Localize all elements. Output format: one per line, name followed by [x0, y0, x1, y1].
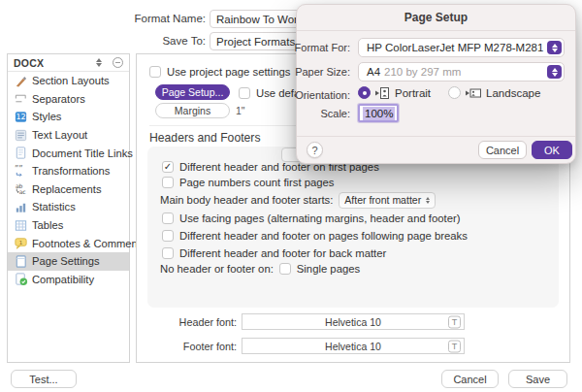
styles-icon: 12 [14, 110, 28, 124]
format-sections-sidebar: DOCX Section Layouts Separators 12 Style… [7, 53, 130, 363]
sidebar-item-styles[interactable]: 12 Styles [8, 108, 129, 126]
statistics-icon [14, 200, 28, 214]
test-button[interactable]: Test... [11, 370, 77, 388]
sidebar-item-replacements[interactable]: abac Replacements [8, 180, 129, 199]
scale-label: Scale: [320, 108, 350, 119]
different-first-pages-checkbox[interactable] [162, 161, 174, 173]
following-breaks-checkbox[interactable] [162, 230, 174, 242]
save-to-value: Project Formats [216, 36, 295, 48]
tables-icon [14, 218, 28, 233]
transformations-icon: ”” [14, 164, 28, 179]
save-to-label: Save To: [97, 35, 206, 47]
no-header-footer-label: No header or footer on: [160, 263, 274, 275]
headers-footers-title: Headers and Footers [149, 131, 261, 145]
sidebar-stepper-icon[interactable] [96, 58, 102, 67]
header-font-label: Header font: [161, 316, 237, 328]
orientation-radios: Portrait Landscape [358, 86, 540, 99]
portrait-label: Portrait [395, 87, 431, 99]
separators-icon [14, 91, 28, 106]
paper-size-detail: 210 by 297 mm [384, 66, 461, 78]
sidebar-item-text-layout[interactable]: Text Layout [8, 126, 129, 145]
footer-font-field[interactable]: Helvetica 10 T [242, 338, 465, 354]
format-for-popup[interactable]: HP ColorLaserJet MFP M278-M281 [358, 38, 565, 57]
margins-button[interactable]: Margins [155, 103, 230, 118]
save-button[interactable]: Save [508, 370, 567, 388]
header-font-field[interactable]: Helvetica 10 T [242, 313, 465, 330]
popup-stepper-icon [547, 65, 562, 79]
paper-size-value: A4 [367, 66, 380, 78]
help-button[interactable]: ? [307, 142, 323, 158]
font-picker-icon[interactable]: T [448, 340, 461, 352]
page-settings-icon [14, 254, 28, 269]
scale-value: 100% [363, 107, 395, 120]
svg-text:””: ”” [15, 164, 23, 174]
dialog-title: Page Setup [297, 11, 575, 24]
text-layout-icon [14, 128, 28, 143]
use-project-page-settings-label: Use project page settings [167, 66, 290, 78]
landscape-radio[interactable] [448, 86, 461, 99]
comment-bubble-icon: 1 [14, 236, 28, 250]
compile-format-window: Format Name: Rainbow To Word fo Save To:… [0, 0, 582, 392]
sidebar-list: Section Layouts Separators 12 Styles Tex… [8, 72, 129, 288]
portrait-radio[interactable] [358, 86, 371, 99]
dialog-ok-button[interactable]: OK [532, 141, 572, 159]
landscape-icon [466, 87, 481, 99]
single-pages-label: Single pages [297, 263, 360, 275]
sidebar-item-statistics[interactable]: Statistics [8, 198, 129, 216]
sidebar-item-section-layouts[interactable]: Section Layouts [8, 72, 129, 90]
svg-text:ac: ac [19, 188, 26, 195]
orientation-label: Orientation: [295, 89, 350, 101]
font-picker-icon[interactable]: T [448, 315, 461, 328]
cancel-button[interactable]: Cancel [441, 370, 499, 388]
sidebar-item-page-settings[interactable]: Page Settings [8, 252, 129, 271]
sidebar-item-compatibility[interactable]: Compatibility [8, 271, 129, 289]
document-icon [14, 146, 28, 160]
back-matter-label: Different header and footer for back mat… [179, 247, 386, 259]
sidebar-item-footnotes-comments[interactable]: 1 Footnotes & Comments [8, 234, 129, 252]
paper-size-label: Paper Size: [295, 66, 350, 78]
margins-value: 1" [236, 105, 245, 116]
facing-pages-checkbox[interactable] [162, 212, 174, 224]
svg-text:1: 1 [19, 240, 23, 245]
svg-text:12: 12 [16, 113, 25, 121]
divider [297, 30, 575, 31]
sidebar-item-tables[interactable]: Tables [8, 216, 129, 235]
footer-font-value: Helvetica 10 [325, 341, 381, 352]
header-font-value: Helvetica 10 [325, 316, 381, 328]
page-setup-button[interactable]: Page Setup... [155, 84, 230, 100]
page-numbers-count-checkbox[interactable] [162, 177, 174, 188]
main-body-starts-popup[interactable]: After front matter [339, 192, 436, 209]
scale-input[interactable]: 100% [358, 104, 399, 122]
following-breaks-label: Different header and footer on pages fol… [179, 230, 468, 242]
dialog-cancel-button[interactable]: Cancel [478, 141, 527, 159]
use-default-checkbox[interactable] [239, 87, 250, 99]
compatibility-icon [14, 272, 28, 286]
sidebar-header-title: DOCX [14, 57, 96, 69]
replacements-icon: abac [14, 181, 28, 196]
facing-pages-label: Use facing pages (alternating margins, h… [179, 212, 461, 224]
brush-icon [14, 74, 28, 88]
page-numbers-count-label: Page numbers count first pages [179, 177, 335, 188]
popup-stepper-icon [547, 41, 562, 54]
sidebar-item-transformations[interactable]: ”” Transformations [8, 162, 129, 180]
page-setup-dialog: Page Setup Format For: HP ColorLaserJet … [296, 4, 576, 164]
popup-stepper-icon [426, 197, 430, 204]
sidebar-header: DOCX [8, 54, 129, 72]
sidebar-item-separators[interactable]: Separators [8, 90, 129, 109]
portrait-icon [375, 87, 390, 99]
divider [297, 136, 575, 137]
remove-icon[interactable] [113, 57, 123, 68]
back-matter-checkbox[interactable] [162, 247, 174, 259]
main-body-starts-label: Main body header and footer starts: [160, 194, 333, 206]
landscape-label: Landscape [486, 87, 540, 99]
format-name-label: Format Name: [97, 13, 206, 24]
paper-size-popup[interactable]: A4 210 by 297 mm [358, 62, 565, 82]
sidebar-item-document-title-links[interactable]: Document Title Links [8, 144, 129, 162]
format-for-label: Format For: [295, 42, 350, 53]
use-project-page-settings-checkbox[interactable] [149, 66, 161, 78]
single-pages-checkbox[interactable] [279, 263, 291, 275]
footer-font-label: Footer font: [161, 341, 237, 352]
format-for-value: HP ColorLaserJet MFP M278-M281 [367, 42, 543, 53]
